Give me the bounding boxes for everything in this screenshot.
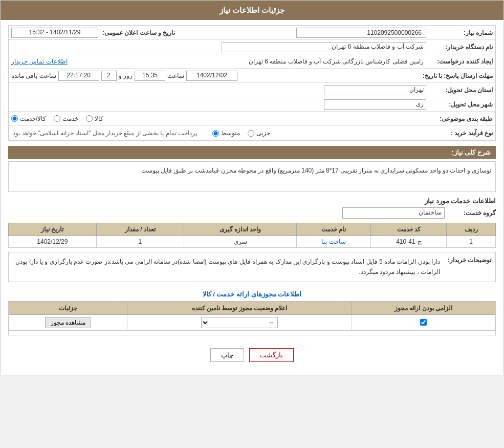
deadline-row: مهلت ارسال پاسخ: تا تاریخ: 1402/12/02 سا…: [9, 69, 495, 83]
deadline-time: 15:35: [135, 71, 165, 81]
table-row: 1 ج-41-410 ساخت بنا سری 1 1402/12/29: [9, 236, 496, 248]
back-button[interactable]: بازگشت: [249, 348, 294, 362]
page-header: جزئیات اطلاعات نیاز: [1, 1, 503, 20]
deadline-label: مهلت ارسال پاسخ: تا تاریخ:: [419, 72, 493, 79]
city-value: ری: [324, 99, 426, 110]
perm-col-status: اعلام وضعیت مجوز توسط نامین کننده: [127, 302, 352, 314]
notes-section: توضیحات خریدار: دارا بودن الزامات ماده 5…: [8, 252, 496, 282]
category-row: طبقه بندی موضوعی: کالا خدمت کالا/خدمت: [9, 112, 495, 126]
buyer-org-label: نام دستگاه خریدار:: [426, 44, 493, 51]
col-qty: تعداد / مقدار: [96, 223, 184, 236]
province-row: استان محل تحویل: تهران: [9, 83, 495, 97]
col-code: کد خدمت: [371, 223, 447, 236]
perm-status-cell: --: [127, 314, 352, 330]
cell-date: 1402/12/29: [9, 236, 97, 248]
category-khedmat-item: خدمت: [54, 115, 78, 122]
creator-row: ایجاد کننده درخواست: رامین فضلی کارشناس …: [9, 54, 495, 69]
cell-unit: سری: [184, 236, 297, 248]
page-container: جزئیات اطلاعات نیاز شماره نیاز: 11020925…: [0, 0, 504, 375]
page-title: جزئیات اطلاعات نیاز: [220, 6, 284, 14]
service-group-label: گروه خدمت:: [445, 209, 496, 217]
category-both-label: کالا/خدمت: [20, 115, 46, 122]
creator-label: ایجاد کننده درخواست:: [426, 58, 493, 65]
main-info-section: شماره نیاز: 1102092500000266 تاریخ و ساع…: [8, 25, 496, 141]
deadline-remaining-label: ساعت باقی مانده: [11, 72, 56, 79]
deadline-days-label: روز و: [119, 72, 133, 79]
cell-row: 1: [447, 236, 496, 248]
category-khedmat-label: خدمت: [62, 115, 78, 122]
province-value: تهران: [324, 85, 426, 95]
deadline-remaining: 22:17:20: [58, 71, 99, 81]
category-kala-item: کالا: [86, 115, 103, 122]
announce-label: تاریخ و ساعت اعلان عمومی:: [98, 29, 175, 36]
deadline-date: 1402/12/02: [186, 71, 237, 81]
service-info-title: اطلاعات خدمات مورد نیاز: [8, 197, 496, 205]
category-khedmat-radio[interactable]: [54, 115, 60, 122]
category-both-item: کالا/خدمت: [11, 115, 46, 122]
purchase-jozi-item: جزیی: [248, 130, 270, 137]
perm-col-details: جزئیات: [9, 302, 127, 314]
description-section-title: شرح کلی نیاز:: [8, 146, 496, 159]
notes-text: دارا بودن الزامات ماده 5 فایل اسناد پیوس…: [13, 257, 440, 278]
bottom-buttons: بازگشت چاپ: [8, 340, 496, 370]
perm-required-checkbox[interactable]: [420, 319, 427, 326]
purchase-note: پرداخت تمام یا بخشی از مبلغ خریدار محل "…: [11, 130, 197, 137]
purchase-jozi-label: جزیی: [256, 130, 270, 137]
description-box: نوسازی و احداث دو واحد مسکونی سرایداری ب…: [8, 161, 496, 192]
buyer-org-row: نام دستگاه خریدار: شرکت آب و فاضلاب منطق…: [9, 40, 495, 54]
perm-required-cell: [352, 314, 495, 330]
need-number-label: شماره نیاز:: [426, 29, 493, 36]
purchase-mota-label: متوسط: [221, 130, 240, 137]
col-name: نام خدمت: [296, 223, 371, 236]
city-row: شهر محل تحویل: ری: [9, 97, 495, 112]
notes-label: توضیحات خریدار:: [440, 257, 491, 264]
purchase-mota-item: متوسط: [212, 130, 240, 137]
description-section: شرح کلی نیاز: نوسازی و احداث دو واحد مسک…: [8, 146, 496, 192]
creator-value: رامین فضلی کارشناس بازرگانی شرکت آب و فا…: [73, 57, 426, 66]
cell-name: ساخت بنا: [296, 236, 371, 248]
perm-col-required: الزامی بودن ارائه مجوز: [352, 302, 495, 314]
contact-link[interactable]: اطلاعات تماس خریدار: [11, 58, 68, 65]
print-button[interactable]: چاپ: [210, 348, 244, 362]
category-both-radio[interactable]: [11, 115, 18, 122]
cell-quantity: 1: [96, 236, 184, 248]
service-table: ردیف کد خدمت نام خدمت واحد اندازه گیری ت…: [8, 223, 496, 248]
need-number-value: 1102092500000266: [296, 28, 426, 38]
col-unit: واحد اندازه گیری: [184, 223, 297, 236]
province-label: استان محل تحویل:: [426, 87, 493, 94]
service-group-row: گروه خدمت: ساختمان: [8, 207, 496, 219]
need-number-row: شماره نیاز: 1102092500000266 تاریخ و ساع…: [9, 26, 495, 40]
deadline-time-label: ساعت: [167, 72, 184, 79]
purchase-mota-radio[interactable]: [212, 130, 219, 137]
category-kala-radio[interactable]: [86, 115, 93, 122]
view-permit-button[interactable]: مشاهده مجوز: [45, 317, 91, 328]
perm-table: الزامی بودن ارائه مجوز اعلام وضعیت مجوز …: [9, 302, 495, 331]
perm-section-link[interactable]: اطلاعات مجوزهای ارائه خدمت / کالا: [8, 287, 496, 301]
service-group-value: ساختمان: [342, 207, 445, 219]
perm-table-row: -- مشاهده مجوز: [9, 314, 495, 330]
buyer-org-value: شرکت آب و فاضلاب منطقه 6 تهران: [222, 42, 426, 52]
deadline-days: 2: [101, 71, 117, 81]
cell-code: ج-41-410: [371, 236, 447, 248]
perm-status-select[interactable]: --: [201, 317, 278, 328]
city-label: شهر محل تحویل:: [426, 101, 493, 108]
purchase-type-row: نوع فرآیند خرید : جزیی متوسط پرداخت تمام…: [9, 126, 495, 140]
announce-value: 1402/11/29 - 15:32: [11, 28, 98, 38]
perm-details-cell: مشاهده مجوز: [9, 314, 127, 330]
purchase-jozi-radio[interactable]: [248, 130, 254, 137]
service-info-section: اطلاعات خدمات مورد نیاز گروه خدمت: ساختم…: [8, 197, 496, 248]
purchase-type-label: نوع فرآیند خرید :: [426, 130, 493, 137]
col-date: تاریخ نیاز: [9, 223, 97, 236]
category-label: طبقه بندی موضوعی:: [426, 115, 493, 122]
content-area: شماره نیاز: 1102092500000266 تاریخ و ساع…: [1, 20, 503, 375]
description-text: نوسازی و احداث دو واحد مسکونی سرایداری ب…: [141, 167, 491, 174]
permissions-section: الزامی بودن ارائه مجوز اعلام وضعیت مجوز …: [8, 301, 496, 335]
col-row: ردیف: [447, 223, 496, 236]
category-kala-label: کالا: [95, 115, 103, 122]
